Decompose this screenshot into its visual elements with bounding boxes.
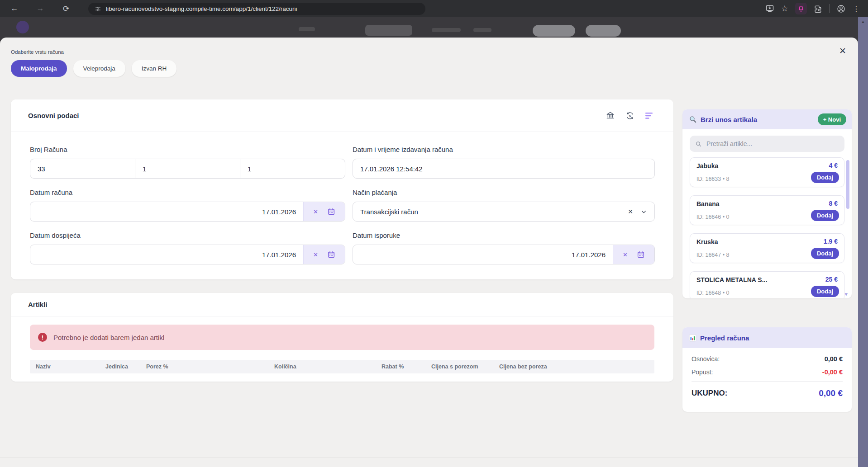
close-icon[interactable]: ✕ bbox=[839, 47, 846, 55]
page-scrollbar[interactable]: ▲ bbox=[858, 17, 868, 467]
calendar-icon[interactable] bbox=[637, 250, 645, 259]
artikli-header: Artikli bbox=[11, 293, 673, 316]
summary-row-osnovica: Osnovica: 0,00 € bbox=[692, 355, 843, 363]
nacin-placanja-select[interactable]: Transakcijski račun ✕ bbox=[353, 202, 655, 222]
article-name: STOLICA METALNA S... bbox=[696, 276, 767, 283]
datum-izdavanja-input[interactable] bbox=[353, 159, 655, 179]
datum-racuna-input[interactable] bbox=[30, 202, 303, 221]
article-item-banana: Banana 8 € ID: 16646 • 0 Dodaj bbox=[690, 195, 844, 225]
nacin-placanja-field: Način plaćanja Transakcijski račun ✕ bbox=[353, 189, 655, 222]
popust-label: Popust: bbox=[692, 368, 713, 376]
datum-racuna-field: Datum računa ✕ bbox=[30, 189, 345, 222]
datum-isporuke-input[interactable] bbox=[353, 245, 613, 264]
summary-divider bbox=[692, 382, 843, 382]
article-item-jabuka: Jabuka 4 € ID: 16633 • 8 Dodaj bbox=[690, 157, 844, 187]
address-bar[interactable]: libero-racunovodstvo-staging.compile-tim… bbox=[88, 3, 425, 15]
column-porez: Porez % bbox=[146, 363, 168, 370]
clear-date-icon[interactable]: ✕ bbox=[623, 251, 628, 258]
add-article-button[interactable]: Dodaj bbox=[811, 210, 839, 221]
column-kolicina: Količina bbox=[274, 363, 296, 370]
install-app-icon[interactable] bbox=[765, 4, 774, 13]
article-meta: ID: 16648 • 0 bbox=[696, 290, 729, 296]
article-meta: ID: 16646 • 0 bbox=[696, 214, 729, 220]
calendar-icon[interactable] bbox=[327, 208, 335, 216]
broj-racuna-input-1[interactable] bbox=[30, 159, 135, 179]
column-naziv: Naziv bbox=[36, 363, 51, 370]
add-article-button[interactable]: Dodaj bbox=[811, 172, 839, 183]
dimmed-button-blob bbox=[365, 25, 412, 36]
back-button[interactable]: ← bbox=[8, 2, 21, 15]
list-scrollbar-thumb[interactable] bbox=[846, 160, 849, 209]
broj-racuna-label: Broj Računa bbox=[30, 146, 345, 153]
total-value: 0,00 € bbox=[819, 388, 843, 398]
search-icon bbox=[695, 141, 702, 147]
osnovni-podaci-header: Osnovni podaci $ bbox=[11, 99, 673, 132]
type-izvan-rh-button[interactable]: Izvan RH bbox=[132, 60, 177, 77]
list-lines-icon[interactable] bbox=[645, 112, 653, 119]
broj-racuna-inputs bbox=[30, 159, 345, 179]
add-article-button[interactable]: Dodaj bbox=[811, 286, 839, 297]
scrollbar-up-arrow-icon[interactable]: ▲ bbox=[858, 17, 868, 24]
broj-racuna-field: Broj Računa bbox=[30, 146, 345, 179]
forward-button[interactable]: → bbox=[34, 2, 47, 15]
datum-racuna-input-group: ✕ bbox=[30, 202, 345, 222]
datum-izdavanja-label: Datum i vrijeme izdavanja računa bbox=[353, 146, 655, 153]
dimmed-text-blob bbox=[473, 28, 491, 32]
dimmed-button-blob bbox=[586, 25, 621, 37]
broj-racuna-input-2[interactable] bbox=[135, 159, 240, 179]
osnovni-podaci-title: Osnovni podaci bbox=[28, 112, 79, 119]
osnovica-label: Osnovica: bbox=[692, 355, 720, 363]
datum-isporuke-field: Datum isporuke ✕ bbox=[353, 231, 655, 264]
article-search-input[interactable] bbox=[706, 140, 839, 148]
currency-exchange-icon[interactable]: $ bbox=[625, 111, 634, 120]
nacin-placanja-value: Transakcijski račun bbox=[360, 208, 620, 216]
total-label: UKUPNO: bbox=[692, 389, 727, 398]
dimmed-button-blob bbox=[533, 25, 575, 37]
bar-chart-icon bbox=[689, 334, 696, 342]
chevron-down-icon[interactable] bbox=[640, 208, 647, 215]
column-rabat: Rabat % bbox=[382, 363, 404, 370]
osnovni-podaci-form: Broj Računa Datum i vrijeme izdavanja ra… bbox=[11, 132, 673, 274]
bank-icon[interactable] bbox=[606, 111, 615, 120]
dimmed-text-blob bbox=[432, 28, 461, 32]
datum-dospijeca-label: Datum dospijeća bbox=[30, 231, 345, 239]
artikli-error-banner: ! Potrebno je dodati barem jedan artikl bbox=[30, 325, 654, 350]
article-search-box bbox=[690, 136, 844, 152]
scroll-down-icon: ▾ bbox=[844, 291, 848, 297]
extensions-puzzle-icon[interactable] bbox=[814, 5, 822, 13]
summary-row-popust: Popust: -0,00 € bbox=[692, 368, 843, 376]
article-name: Jabuka bbox=[696, 162, 718, 170]
clear-select-icon[interactable]: ✕ bbox=[628, 208, 633, 215]
type-veleprodaja-button[interactable]: Veleprodaja bbox=[73, 60, 125, 77]
datum-dospijeca-input[interactable] bbox=[30, 245, 303, 264]
datum-dospijeca-field: Datum dospijeća ✕ bbox=[30, 231, 345, 264]
browser-menu-icon[interactable]: ⋮ bbox=[853, 5, 860, 13]
site-settings-icon[interactable] bbox=[95, 5, 101, 12]
invoice-summary-panel: Pregled računa Osnovica: 0,00 € Popust: … bbox=[682, 327, 852, 412]
bookmark-star-icon[interactable]: ☆ bbox=[781, 5, 788, 13]
clear-date-icon[interactable]: ✕ bbox=[313, 251, 318, 258]
clear-date-icon[interactable]: ✕ bbox=[313, 208, 318, 215]
extension-bell-icon[interactable] bbox=[795, 3, 807, 14]
reload-button[interactable]: ⟳ bbox=[60, 2, 72, 15]
broj-racuna-input-3[interactable] bbox=[240, 159, 345, 179]
nacin-placanja-label: Način plaćanja bbox=[353, 189, 655, 196]
summary-header: Pregled računa bbox=[682, 327, 852, 348]
profile-avatar-icon[interactable] bbox=[836, 4, 846, 14]
article-meta: ID: 16647 • 8 bbox=[696, 252, 729, 258]
osnovni-podaci-card: Osnovni podaci $ bbox=[11, 99, 673, 279]
type-maloprodaja-button[interactable]: Maloprodaja bbox=[11, 60, 67, 77]
add-article-button[interactable]: Dodaj bbox=[811, 248, 839, 259]
invoice-type-label: Odaberite vrstu računa bbox=[11, 49, 64, 55]
article-name: Banana bbox=[696, 200, 720, 208]
quick-add-header: Brzi unos artikala + Novi bbox=[682, 109, 852, 129]
invoice-modal: ✕ Odaberite vrstu računa Maloprodaja Vel… bbox=[0, 38, 858, 467]
quick-add-panel: Brzi unos artikala + Novi Jabuka 4 € ID:… bbox=[682, 109, 852, 298]
screen: ← → ⟳ libero-racunovodstvo-staging.compi… bbox=[0, 0, 868, 467]
artikli-card: Artikli ! Potrebno je dodati barem jedan… bbox=[11, 293, 673, 382]
article-price: 8 € bbox=[829, 200, 838, 207]
calendar-icon[interactable] bbox=[327, 250, 335, 259]
article-meta: ID: 16633 • 8 bbox=[696, 176, 729, 182]
article-item-kruska: Kruska 1.9 € ID: 16647 • 8 Dodaj bbox=[690, 233, 844, 263]
new-article-button[interactable]: + Novi bbox=[818, 113, 846, 125]
